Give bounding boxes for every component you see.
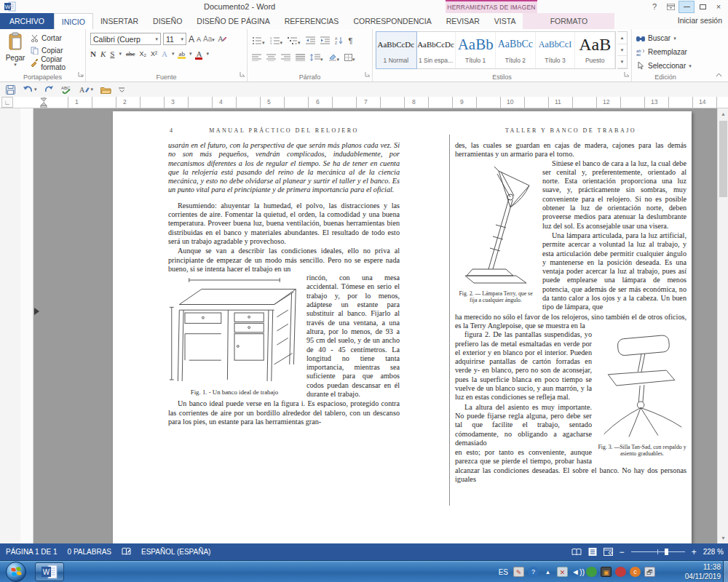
grow-font-button[interactable]: A [189, 34, 194, 44]
show-hidden-icons[interactable]: ▴ [542, 567, 553, 577]
align-center-button[interactable] [266, 51, 276, 64]
close-button[interactable]: × [711, 1, 727, 13]
zoom-in-button[interactable]: + [692, 549, 697, 556]
style-titulo-2[interactable]: AaBbCc Título 2 [496, 32, 536, 68]
borders-button[interactable]: ▾ [344, 51, 355, 64]
sign-in-link[interactable]: Iniciar sesión [678, 16, 722, 25]
save-button[interactable] [6, 85, 15, 95]
paste-caret[interactable]: ▾ [3, 62, 28, 68]
restore-button[interactable] [695, 1, 711, 13]
read-mode-button[interactable] [571, 548, 582, 556]
font-dialog-launcher[interactable] [240, 67, 245, 80]
vertical-ruler[interactable] [20, 108, 33, 543]
document-canvas[interactable]: 4 MANUAL PRÁCTICO DEL RELOJERO usarán en… [0, 108, 728, 543]
shading-button[interactable]: ▾ [328, 51, 340, 64]
paste-button[interactable]: Pegar ▾ [3, 32, 28, 73]
multilevel-list-button[interactable]: ▾ [288, 34, 301, 47]
increase-indent-button[interactable] [320, 34, 330, 47]
network-error-icon[interactable]: ✕ [557, 567, 568, 577]
underline-caret[interactable]: ▾ [119, 51, 122, 57]
language-indicator[interactable]: ESPAÑOL (ESPAÑA) [141, 548, 210, 556]
scroll-up-button[interactable]: ▲ [718, 108, 728, 119]
proofing-icon[interactable] [122, 547, 131, 557]
zoom-level[interactable]: 228 % [703, 548, 724, 556]
tray-security-icon[interactable] [615, 567, 626, 577]
styles-scroll-down[interactable]: ▼ [617, 44, 627, 57]
ribbon-display-options-button[interactable] [662, 1, 678, 13]
superscript-button[interactable]: X² [151, 50, 157, 57]
style-pen-caret[interactable]: ▾ [91, 87, 94, 92]
tab-formato[interactable]: FORMATO [543, 13, 596, 29]
scroll-thumb[interactable] [719, 121, 727, 197]
tray-app-icon[interactable]: ✎ [513, 567, 524, 577]
help-button[interactable]: ? [646, 1, 662, 13]
undo-caret[interactable]: ▾ [34, 87, 37, 92]
italic-button[interactable]: K [100, 49, 106, 58]
page-indicator[interactable]: PÁGINA 1 DE 1 [6, 548, 58, 556]
tray-display-icon[interactable]: 🗗 [644, 567, 655, 577]
web-layout-button[interactable] [604, 548, 613, 556]
style-titulo-1[interactable]: AaBb Título 1 [456, 32, 496, 68]
tab-referencias[interactable]: REFERENCIAS [277, 13, 347, 29]
scroll-down-button[interactable]: ▼ [718, 533, 728, 543]
tab-diseno-de-pagina[interactable]: DISEÑO DE PÁGINA [189, 13, 277, 29]
style-normal[interactable]: AaBbCcDc 1 Normal [376, 32, 416, 68]
style-sin-espaciado[interactable]: AaBbCcDc 1 Sin espa... [416, 32, 456, 68]
minimize-button[interactable] [678, 1, 695, 13]
replace-button[interactable]: abac Reemplazar [636, 46, 692, 58]
align-left-button[interactable] [252, 51, 261, 64]
text-effects-button[interactable]: A [162, 49, 167, 58]
figure-workbench[interactable]: Fig. 1. - Un banco ideal de trabajo [168, 275, 301, 396]
clipboard-dialog-launcher[interactable] [78, 67, 84, 80]
font-family-combo[interactable]: Calibri (Cuerp▾ [90, 33, 161, 45]
subscript-button[interactable]: X₂ [139, 50, 146, 57]
underline-button[interactable]: S [110, 49, 114, 58]
strikethrough-button[interactable]: abc [126, 50, 135, 57]
style-puesto[interactable]: AaB Puesto [575, 32, 615, 68]
open-button[interactable] [100, 86, 111, 94]
line-spacing-button[interactable]: ▾ [310, 51, 323, 64]
taskbar-word-button[interactable]: W [35, 562, 64, 581]
cut-button[interactable]: Cortar [31, 32, 85, 44]
tray-update-icon[interactable]: c [630, 567, 641, 577]
zoom-out-button[interactable]: − [620, 549, 625, 556]
highlight-button[interactable]: ab [178, 50, 185, 57]
show-marks-button[interactable]: ¶ [349, 36, 353, 45]
horizontal-ruler[interactable]: ∟ 1 2 3 4 5 6 7 8 9 10 11 12 13 14 [0, 97, 728, 108]
collapse-ribbon-button[interactable] [716, 72, 722, 79]
styles-scroll-up[interactable]: ▲ [617, 32, 627, 44]
style-pen-button[interactable]: A▾ [79, 85, 94, 94]
volume-icon[interactable]: ◄)) [571, 567, 582, 577]
shrink-font-button[interactable]: A [197, 36, 201, 43]
select-button[interactable]: Seleccionar▾ [636, 60, 692, 72]
sort-button[interactable]: AZ [335, 34, 344, 47]
zoom-slider-thumb[interactable] [665, 549, 668, 555]
show-desktop-button[interactable] [723, 561, 728, 582]
tab-inicio[interactable]: INICIO [54, 13, 93, 29]
paragraph-dialog-launcher[interactable] [365, 67, 371, 80]
bold-button[interactable]: N [90, 49, 96, 58]
tray-photo-app-icon[interactable]: ▣ [601, 567, 612, 577]
change-case-button[interactable]: Aa▾ [203, 35, 215, 43]
font-color-button[interactable]: A [196, 49, 202, 58]
taskbar-clock[interactable]: 11:38 04/11/2019 [685, 562, 721, 581]
clear-formatting-button[interactable]: A [217, 34, 226, 44]
font-size-combo[interactable]: 11▾ [163, 33, 186, 45]
justify-button[interactable] [296, 51, 305, 64]
tray-help-icon[interactable]: ? [528, 567, 539, 577]
tab-vista[interactable]: VISTA [487, 13, 523, 29]
undo-button[interactable]: ▾ [23, 86, 37, 94]
numbering-button[interactable]: 123▾ [270, 34, 283, 47]
zoom-slider[interactable] [631, 551, 685, 552]
document-page[interactable]: 4 MANUAL PRÁCTICO DEL RELOJERO usarán en… [113, 111, 692, 543]
start-button[interactable] [6, 562, 26, 582]
format-painter-button[interactable]: Copiar formato [31, 57, 85, 69]
styles-dialog-launcher[interactable] [624, 67, 630, 80]
print-layout-button[interactable] [588, 548, 597, 556]
font-color-caret[interactable]: ▾ [206, 51, 209, 57]
qat-customize-button[interactable] [119, 87, 125, 93]
bullets-button[interactable]: ▾ [252, 34, 265, 47]
find-button[interactable]: Buscar▾ [636, 32, 692, 44]
figure-lamp[interactable]: Fig. 2. — Lámpara Terry, que se fija a c… [455, 161, 537, 303]
highlight-caret[interactable]: ▾ [189, 51, 192, 57]
